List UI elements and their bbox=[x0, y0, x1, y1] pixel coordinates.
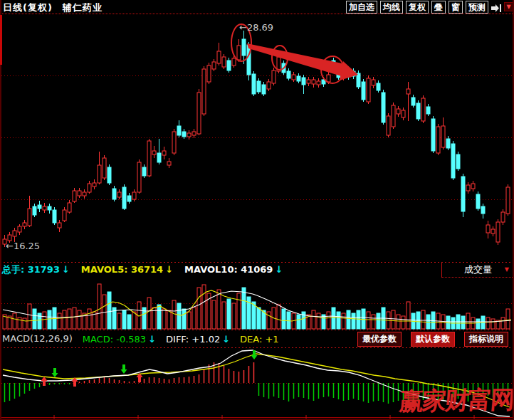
macd-pane-header: MACD(12,26,9) MACD: -0.583↓DIFF: +1.02↓D… bbox=[2, 333, 279, 345]
stat-label: MAVOL5: 36714 bbox=[81, 264, 163, 275]
toolbar-button-0[interactable]: 加自选 bbox=[346, 1, 377, 14]
left-axis-accent bbox=[0, 15, 2, 65]
chart-title: 日线(复权)辅仁药业 bbox=[3, 1, 103, 14]
toolbar-button-3[interactable]: 叠 bbox=[431, 1, 446, 14]
annotation-arrow-body bbox=[247, 43, 345, 77]
down-arrow-icon: ↓ bbox=[222, 334, 230, 345]
stat-label: DEA: +1 bbox=[240, 334, 279, 345]
site-watermark: 赢家财富网 bbox=[398, 384, 514, 419]
down-arrow-icon: ↓ bbox=[165, 264, 173, 275]
app-window: 日线(复权)辅仁药业 加自选均线复权叠窗预测 ▼ ←28.69 ←16.25 总… bbox=[0, 0, 514, 420]
toolbar-button-5[interactable]: 预测 bbox=[466, 1, 488, 14]
stat-item: MACD: -0.583↓ bbox=[83, 333, 156, 345]
title-bar: 日线(复权)辅仁药业 加自选均线复权叠窗预测 ▼ bbox=[0, 0, 514, 14]
macd-button-1[interactable]: 默认参数 bbox=[411, 332, 455, 347]
stat-item: MAVOL5: 36714↓ bbox=[81, 263, 173, 275]
indicator-selector-dropdown-icon[interactable]: ▼ bbox=[505, 267, 509, 273]
macd-buttons: 最优参数默认参数指标说明 bbox=[357, 332, 508, 347]
stat-item: MAVOL10: 41069↓ bbox=[184, 263, 283, 275]
next-arrow-icon[interactable] bbox=[491, 2, 502, 11]
chart-period-label: 日线(复权) bbox=[3, 2, 53, 13]
stat-label: DIFF: +1.02 bbox=[166, 334, 220, 345]
macd-button-2[interactable]: 指标说明 bbox=[464, 332, 508, 347]
stat-label: 总手: 31793 bbox=[2, 263, 60, 276]
stat-item: 总手: 31793↓ bbox=[2, 263, 70, 275]
stat-item: DEA: +1 bbox=[240, 333, 279, 345]
down-arrow-icon: ↓ bbox=[275, 264, 283, 275]
macd-params-label: MACD(12,26,9) bbox=[2, 333, 73, 345]
high-price-label: ←28.69 bbox=[239, 22, 273, 33]
stat-item: DIFF: +1.02↓ bbox=[166, 333, 230, 345]
indicator-selector-label: 成交量 bbox=[464, 264, 492, 275]
toolbar-button-4[interactable]: 窗 bbox=[449, 1, 463, 14]
toolbar-buttons: 加自选均线复权叠窗预测 bbox=[346, 1, 488, 14]
toolbar-button-1[interactable]: 均线 bbox=[380, 1, 403, 14]
macd-button-0[interactable]: 最优参数 bbox=[357, 332, 402, 347]
down-arrow-icon: ↓ bbox=[62, 264, 70, 275]
sell-signal-arrow bbox=[52, 368, 58, 377]
stat-label: MACD: -0.583 bbox=[83, 334, 146, 345]
stock-name: 辅仁药业 bbox=[63, 2, 103, 13]
stock-chart-canvas bbox=[0, 0, 514, 420]
low-price-label: ←16.25 bbox=[6, 241, 40, 251]
stat-label: MAVOL10: 41069 bbox=[184, 264, 273, 275]
sell-signal-arrow bbox=[121, 364, 127, 374]
volume-pane-header: 总手: 31793↓MAVOL5: 36714↓MAVOL10: 41069↓ bbox=[2, 263, 283, 275]
down-arrow-icon: ↓ bbox=[148, 334, 156, 345]
indicator-selector-volume[interactable]: 成交量 ▼ bbox=[441, 263, 514, 278]
toolbar-button-2[interactable]: 复权 bbox=[406, 1, 429, 14]
